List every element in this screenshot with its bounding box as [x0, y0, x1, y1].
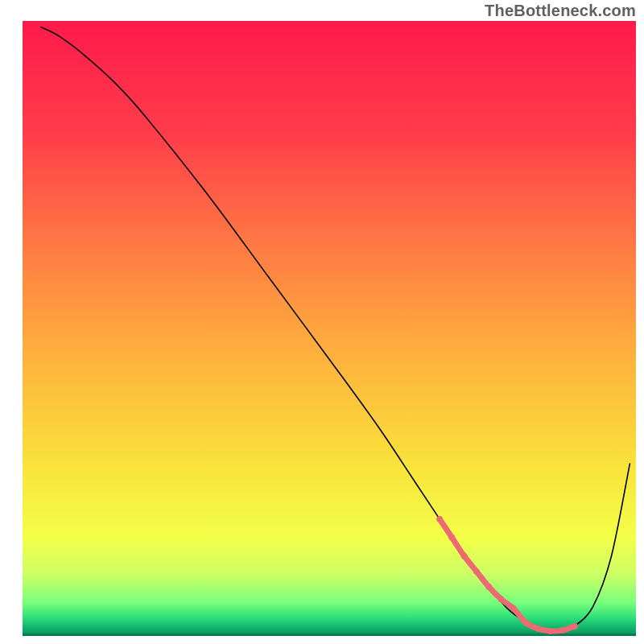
- ideal-band-dot: [510, 605, 517, 612]
- ideal-band-dot: [572, 623, 578, 630]
- chart-stage: TheBottleneck.com: [0, 0, 644, 644]
- ideal-band-dot: [522, 619, 529, 625]
- ideal-band-dot: [485, 584, 492, 590]
- ideal-band-dot: [559, 627, 566, 634]
- ideal-band-dot: [461, 553, 468, 559]
- ideal-band-dot: [497, 596, 504, 602]
- ideal-band-dot: [473, 568, 480, 575]
- gradient-background: [23, 21, 636, 636]
- chart-svg: [0, 0, 644, 644]
- ideal-band-dot: [535, 625, 541, 632]
- watermark-text: TheBottleneck.com: [485, 2, 636, 20]
- ideal-band-dot: [547, 628, 553, 634]
- ideal-band-dot: [436, 516, 443, 522]
- plot-area: [23, 21, 636, 636]
- ideal-band-dot: [449, 535, 456, 541]
- base-strip: [23, 634, 636, 636]
